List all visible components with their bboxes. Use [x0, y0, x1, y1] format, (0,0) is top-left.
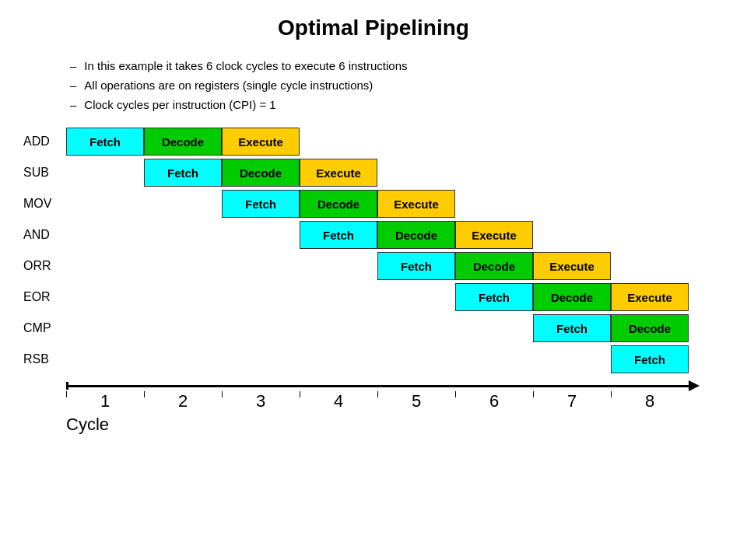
empty-cell	[533, 345, 611, 373]
cell-fetch: Fetch	[300, 221, 377, 249]
empty-cell	[66, 190, 144, 218]
axis-arrow	[689, 380, 700, 391]
page-title: Optimal Pipelining	[23, 16, 724, 40]
empty-cell	[455, 190, 533, 218]
bullet-item: –All operations are on registers (single…	[70, 79, 724, 92]
axis-tick: 6	[455, 391, 533, 411]
empty-cell	[222, 314, 300, 342]
row-cells: FetchDecodeExecute	[66, 252, 689, 280]
empty-cell	[455, 128, 533, 156]
empty-cell	[300, 314, 377, 342]
pipeline-row: MOVFetchDecodeExecute	[23, 189, 724, 219]
cell-decode: Decode	[455, 252, 533, 280]
pipeline-row: CMPFetchDecode	[23, 313, 724, 343]
cell-fetch: Fetch	[144, 159, 222, 187]
empty-cell	[144, 190, 222, 218]
empty-cell	[533, 221, 611, 249]
empty-cell	[222, 252, 300, 280]
empty-cell	[611, 221, 689, 249]
empty-cell	[144, 252, 222, 280]
bullet-item: –In this example it takes 6 clock cycles…	[70, 59, 724, 72]
cell-decode: Decode	[611, 314, 689, 342]
empty-cell	[66, 345, 144, 373]
cell-fetch: Fetch	[533, 314, 611, 342]
axis-tick: 2	[144, 391, 222, 411]
axis-tick: 4	[300, 391, 377, 411]
bullet-text: Clock cycles per instruction (CPI) = 1	[84, 98, 275, 111]
cell-decode: Decode	[533, 283, 611, 311]
bullet-dash: –	[70, 79, 76, 92]
cell-execute: Execute	[222, 128, 300, 156]
pipeline-row: ADDFetchDecodeExecute	[23, 127, 724, 156]
cell-execute: Execute	[377, 190, 455, 218]
axis-container: 12345678 Cycle	[66, 380, 700, 435]
empty-cell	[533, 190, 611, 218]
empty-cell	[222, 221, 300, 249]
empty-cell	[300, 283, 377, 311]
bullet-text: In this example it takes 6 clock cycles …	[84, 59, 407, 72]
cell-execute: Execute	[611, 283, 689, 311]
instruction-label: RSB	[23, 352, 66, 366]
cell-execute: Execute	[300, 159, 377, 187]
cycle-label: Cycle	[66, 415, 700, 435]
cell-execute: Execute	[533, 252, 611, 280]
pipeline-row: EORFetchDecodeExecute	[23, 282, 724, 312]
cell-fetch: Fetch	[377, 252, 455, 280]
empty-cell	[66, 314, 144, 342]
axis-ticks: 12345678	[66, 391, 700, 411]
instruction-label: ORR	[23, 259, 66, 273]
instruction-label: MOV	[23, 197, 66, 211]
empty-cell	[377, 159, 455, 187]
row-cells: FetchDecodeExecute	[66, 190, 689, 218]
empty-cell	[144, 345, 222, 373]
empty-cell	[66, 283, 144, 311]
row-cells: FetchDecode	[66, 314, 689, 342]
empty-cell	[222, 283, 300, 311]
instruction-label: CMP	[23, 321, 66, 335]
instruction-label: AND	[23, 228, 66, 242]
axis-tick: 7	[533, 391, 611, 411]
row-cells: FetchDecodeExecute	[66, 221, 689, 249]
empty-cell	[533, 159, 611, 187]
empty-cell	[611, 128, 689, 156]
empty-cell	[377, 283, 455, 311]
pipeline-table: ADDFetchDecodeExecuteSUBFetchDecodeExecu…	[23, 127, 724, 374]
empty-cell	[377, 345, 455, 373]
cell-fetch: Fetch	[455, 283, 533, 311]
cell-fetch: Fetch	[222, 190, 300, 218]
axis-tick: 3	[222, 391, 300, 411]
pipeline-row: ANDFetchDecodeExecute	[23, 220, 724, 250]
empty-cell	[611, 159, 689, 187]
axis-tick: 5	[377, 391, 455, 411]
empty-cell	[300, 345, 377, 373]
row-cells: FetchDecodeExecute	[66, 283, 689, 311]
empty-cell	[533, 128, 611, 156]
axis-tick: 1	[66, 391, 144, 411]
pipeline-row: ORRFetchDecodeExecute	[23, 251, 724, 281]
pipeline-row: SUBFetchDecodeExecute	[23, 158, 724, 187]
cell-decode: Decode	[300, 190, 377, 218]
empty-cell	[377, 128, 455, 156]
bullet-item: –Clock cycles per instruction (CPI) = 1	[70, 98, 724, 111]
empty-cell	[300, 128, 377, 156]
bullet-dash: –	[70, 98, 76, 111]
cell-fetch: Fetch	[66, 128, 144, 156]
bullet-dash: –	[70, 59, 76, 72]
empty-cell	[66, 252, 144, 280]
instruction-label: SUB	[23, 166, 66, 180]
instruction-label: ADD	[23, 135, 66, 149]
row-cells: FetchDecodeExecute	[66, 128, 689, 156]
empty-cell	[455, 159, 533, 187]
empty-cell	[144, 314, 222, 342]
empty-cell	[66, 221, 144, 249]
row-cells: Fetch	[66, 345, 689, 373]
empty-cell	[377, 314, 455, 342]
empty-cell	[144, 283, 222, 311]
empty-cell	[144, 221, 222, 249]
empty-cell	[611, 190, 689, 218]
cell-decode: Decode	[144, 128, 222, 156]
row-cells: FetchDecodeExecute	[66, 159, 689, 187]
bullets-section: –In this example it takes 6 clock cycles…	[70, 59, 724, 111]
empty-cell	[300, 252, 377, 280]
empty-cell	[222, 345, 300, 373]
